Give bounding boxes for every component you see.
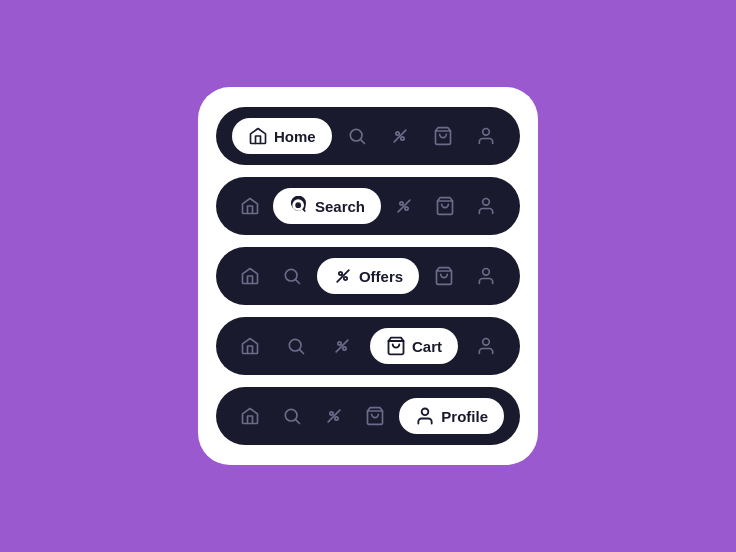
cart-icon [365, 406, 385, 426]
nav-item-cart[interactable] [426, 258, 462, 294]
cart-icon [386, 336, 406, 356]
svg-point-22 [338, 342, 341, 345]
svg-point-29 [329, 412, 332, 415]
nav-item-offers[interactable] [386, 188, 422, 224]
profile-icon [415, 406, 435, 426]
percent-icon [394, 196, 414, 216]
svg-point-30 [334, 417, 337, 420]
svg-point-6 [483, 129, 490, 136]
nav-item-search[interactable] [274, 258, 310, 294]
percent-icon [324, 406, 344, 426]
nav-item-profile[interactable] [468, 118, 504, 154]
nav-item-profile[interactable] [468, 188, 504, 224]
home-icon [248, 126, 268, 146]
search-icon [282, 266, 302, 286]
svg-point-13 [286, 269, 298, 281]
search-icon [289, 196, 309, 216]
nav-item-cart[interactable] [357, 398, 393, 434]
nav-item-cart[interactable] [427, 188, 463, 224]
nav-item-search[interactable] [278, 328, 314, 364]
nav-item-home[interactable] [232, 398, 268, 434]
nav-item-search-active[interactable]: Search [273, 188, 381, 224]
svg-line-21 [300, 350, 304, 354]
svg-point-33 [422, 409, 429, 416]
home-label: Home [274, 128, 316, 145]
nav-item-home-active[interactable]: Home [232, 118, 332, 154]
svg-line-28 [296, 420, 300, 424]
nav-item-offers[interactable] [324, 328, 360, 364]
nav-item-search[interactable] [339, 118, 375, 154]
cart-icon [434, 266, 454, 286]
svg-point-20 [289, 339, 301, 351]
nav-item-profile[interactable] [468, 258, 504, 294]
percent-icon [333, 266, 353, 286]
profile-icon [476, 336, 496, 356]
search-icon [282, 406, 302, 426]
cart-label: Cart [412, 338, 442, 355]
svg-point-0 [350, 129, 362, 141]
svg-point-3 [401, 137, 404, 140]
nav-item-offers-active[interactable]: Offers [317, 258, 419, 294]
nav-item-home[interactable] [232, 188, 268, 224]
home-icon [240, 196, 260, 216]
navbar-home: Home [216, 107, 520, 165]
navbar-cart: Cart [216, 317, 520, 375]
home-icon [240, 266, 260, 286]
nav-item-cart-active[interactable]: Cart [370, 328, 458, 364]
percent-icon [332, 336, 352, 356]
profile-icon [476, 266, 496, 286]
svg-line-1 [361, 140, 365, 144]
home-icon [240, 336, 260, 356]
svg-point-27 [285, 409, 297, 421]
svg-point-19 [483, 269, 490, 276]
navbar-offers: Offers [216, 247, 520, 305]
profile-icon [476, 196, 496, 216]
profile-label: Profile [441, 408, 488, 425]
home-icon [240, 406, 260, 426]
svg-point-12 [483, 199, 490, 206]
nav-item-offers[interactable] [316, 398, 352, 434]
nav-item-profile-active[interactable]: Profile [399, 398, 504, 434]
nav-showcase-card: Home [198, 87, 538, 465]
navbar-profile: Profile [216, 387, 520, 445]
nav-item-profile[interactable] [468, 328, 504, 364]
svg-point-26 [483, 339, 490, 346]
percent-icon [390, 126, 410, 146]
svg-point-16 [344, 277, 347, 280]
svg-point-8 [400, 202, 403, 205]
offers-label: Offers [359, 268, 403, 285]
profile-icon [476, 126, 496, 146]
nav-item-home[interactable] [232, 258, 268, 294]
cart-icon [433, 126, 453, 146]
nav-item-home[interactable] [232, 328, 268, 364]
nav-item-offers[interactable] [382, 118, 418, 154]
search-label: Search [315, 198, 365, 215]
svg-point-2 [396, 132, 399, 135]
svg-point-7 [295, 202, 301, 208]
nav-item-cart[interactable] [425, 118, 461, 154]
search-icon [286, 336, 306, 356]
svg-line-14 [296, 280, 300, 284]
search-icon [347, 126, 367, 146]
svg-point-15 [339, 272, 342, 275]
svg-point-23 [343, 347, 346, 350]
svg-point-9 [405, 207, 408, 210]
cart-icon [435, 196, 455, 216]
navbar-search: Search [216, 177, 520, 235]
nav-item-search[interactable] [274, 398, 310, 434]
